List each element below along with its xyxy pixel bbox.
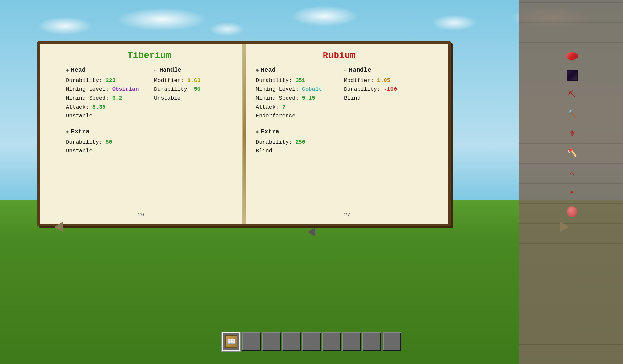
left-extra-durability: Durability: 50	[66, 138, 144, 147]
right-head-durability: Durability: 351	[256, 76, 334, 85]
right-extra-section: ◈ Extra Durability: 250 Blind	[256, 128, 334, 155]
left-handle-label: ✏ Handle	[154, 66, 233, 74]
left-page-placeholder	[154, 128, 233, 160]
left-handle-modifier: Modifier: 0.63	[154, 76, 233, 85]
red-hammer-icon: 🔨	[566, 108, 579, 121]
left-head-mining-level: Mining Level: Obsidian	[66, 85, 144, 94]
right-handle-trait: Blind	[344, 94, 422, 102]
right-handle-durability: Durability: -100	[344, 85, 422, 94]
red-sword-icon: 🗡	[566, 127, 579, 140]
book-container: Tiberium ◆ Head Durability: 223 Mining L…	[37, 41, 451, 226]
right-page-content: ◆ Head Durability: 351 Mining Level: Cob…	[256, 66, 422, 160]
left-page-title: Tiberium	[66, 51, 233, 61]
page-divider	[243, 44, 246, 224]
left-handle-durability: Durability: 50	[154, 85, 233, 94]
hotbar-slot-4[interactable]	[282, 332, 301, 351]
left-page-number: 26	[138, 212, 144, 218]
left-page-content: ◆ Head Durability: 223 Mining Level: Obs…	[66, 66, 233, 160]
obsidian2-icon	[566, 69, 579, 82]
left-head-durability: Durability: 223	[66, 76, 144, 85]
right-handle-section: ✏ Handle Modifier: 1.05 Durability: -100…	[344, 66, 422, 120]
handle-bullet-icon: ✏	[154, 67, 157, 73]
hotbar-slot-3[interactable]	[262, 332, 281, 351]
right-head-trait: Enderference	[256, 112, 334, 120]
pink-ball-icon	[566, 205, 579, 218]
extra-bullet-icon: ◈	[66, 128, 69, 135]
hotbar: 📖	[222, 332, 401, 351]
right-page-number: 27	[344, 212, 350, 218]
right-handle-modifier: Modifier: 1.05	[344, 76, 422, 85]
right-extra-label: ◈ Extra	[256, 128, 334, 135]
hotbar-slot-9[interactable]	[383, 332, 401, 351]
left-head-mining-speed: Mining Speed: 6.2	[66, 94, 144, 102]
left-head-trait: Unstable	[66, 112, 144, 120]
left-extra-label: ◈ Extra	[66, 128, 144, 135]
red-pickaxe-icon: ⛏	[566, 88, 579, 101]
head-bullet-icon: ◆	[66, 67, 69, 73]
right-page-placeholder	[344, 128, 422, 160]
hotbar-slot-7[interactable]	[342, 332, 361, 351]
hotbar-slot-6[interactable]	[322, 332, 341, 351]
right-head-section: ◆ Head Durability: 351 Mining Level: Cob…	[256, 66, 334, 120]
left-head-label: ◆ Head	[66, 66, 144, 74]
left-head-attack: Attack: 8.35	[66, 103, 144, 112]
right-handle-label: ✏ Handle	[344, 66, 422, 74]
right-handle-bullet-icon: ✏	[344, 67, 347, 73]
hotbar-slot-1[interactable]: 📖	[222, 332, 240, 351]
right-head-mining-level: Mining Level: Cobalt	[256, 85, 334, 94]
prev-page-button[interactable]	[50, 220, 67, 233]
left-handle-section: ✏ Handle Modifier: 0.63 Durability: 50 U…	[154, 66, 233, 120]
left-extra-section: ◈ Extra Durability: 50 Unstable	[66, 128, 144, 155]
next-page-button[interactable]	[556, 220, 573, 233]
red-shuriken-icon: ✦	[566, 186, 579, 199]
center-nav-arrow[interactable]	[308, 228, 315, 237]
right-extra-durability: Durability: 250	[256, 138, 334, 147]
right-head-mining-speed: Mining Speed: 5.15	[256, 94, 334, 102]
right-page-title: Rubium	[256, 51, 422, 61]
right-head-label: ◆ Head	[256, 66, 334, 74]
right-head-attack: Attack: 7	[256, 103, 334, 112]
left-head-section: ◆ Head Durability: 223 Mining Level: Obs…	[66, 66, 144, 120]
red-mace-icon: ⚔	[566, 166, 579, 179]
hotbar-slot-8[interactable]	[362, 332, 381, 351]
hotbar-slot-5[interactable]	[302, 332, 321, 351]
right-head-bullet-icon: ◆	[256, 67, 259, 73]
left-page: Tiberium ◆ Head Durability: 223 Mining L…	[40, 44, 243, 224]
right-page: Rubium ◆ Head Durability: 351 Mining Lev…	[246, 44, 448, 224]
left-handle-trait: Unstable	[154, 94, 233, 102]
sidebar-right: ⛏ 🔨 🗡 🪓 ⚔ ✦	[563, 41, 581, 226]
red-axe-icon: 🪓	[566, 147, 579, 160]
right-extra-trait: Blind	[256, 147, 334, 155]
right-extra-bullet-icon: ◈	[256, 128, 259, 135]
hotbar-book-icon: 📖	[225, 335, 237, 348]
left-extra-trait: Unstable	[66, 147, 144, 155]
hotbar-slot-2[interactable]	[242, 332, 261, 351]
ruby-icon	[566, 50, 579, 63]
